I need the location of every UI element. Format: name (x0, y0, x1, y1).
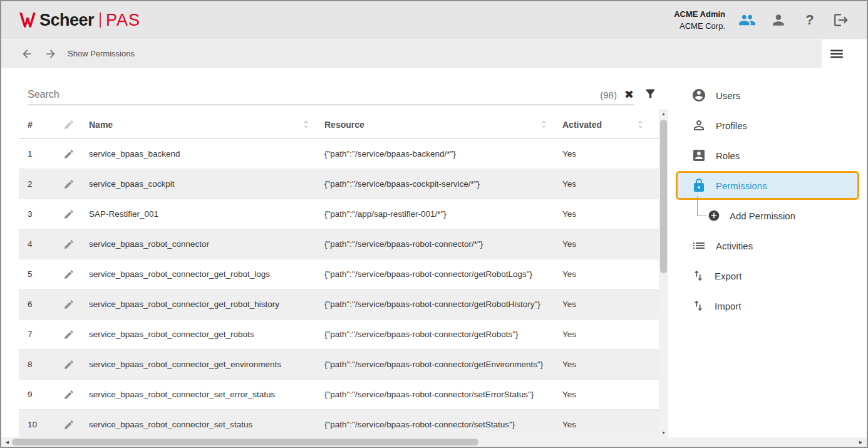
back-arrow-icon[interactable] (20, 47, 34, 61)
page-title: Show Permissions (68, 49, 135, 58)
top-header-bar: Scheer PAS ACME Admin ACME Corp. ? (1, 1, 867, 39)
table-row: 5 service_bpaas_robot_connector_get_robo… (19, 259, 659, 289)
sidebar-item-export[interactable]: Export (674, 261, 867, 291)
account-box-icon (691, 148, 706, 163)
result-count: (98) (600, 90, 617, 100)
edit-icon[interactable] (54, 148, 84, 160)
row-resource: {"path":"/service/bpaas-robot-connector/… (319, 420, 557, 429)
row-index: 3 (19, 209, 54, 219)
user-info: ACME Admin ACME Corp. (674, 8, 725, 33)
row-index: 1 (19, 149, 54, 159)
row-resource: {"path":"/service/bpaas-robot-connector/… (319, 300, 557, 309)
search-input[interactable] (28, 89, 592, 100)
main-area: (98) ✖ # Name (1, 68, 867, 447)
edit-icon[interactable] (54, 269, 84, 280)
sidebar-item-label: Add Permission (730, 211, 795, 221)
edit-icon[interactable] (54, 209, 84, 220)
user-management-icon[interactable] (738, 11, 757, 29)
sidebar-item-label: Export (715, 271, 741, 281)
row-name: service_bpaas_robot_connector_get_robot_… (84, 300, 319, 309)
scroll-left-icon[interactable]: ◀ (3, 437, 12, 447)
sidebar-item-label: Users (716, 90, 740, 101)
header-edit-icon (54, 119, 84, 130)
horizontal-scrollbar-thumb[interactable] (12, 439, 478, 445)
lock-icon (691, 178, 706, 193)
row-index: 4 (19, 239, 54, 249)
sidebar-item-label: Profiles (716, 120, 747, 131)
scroll-up-icon[interactable]: ▲ (659, 109, 668, 118)
table-row: 8 service_bpaas_robot_connector_get_envi… (19, 350, 659, 380)
row-resource: {"path":"/service/bpaas-robot-connector/… (319, 330, 557, 339)
row-activated: Yes (557, 239, 659, 249)
permissions-content: (98) ✖ # Name (1, 68, 674, 447)
vertical-scrollbar-thumb[interactable] (660, 120, 667, 273)
edit-icon[interactable] (54, 179, 84, 190)
logout-icon[interactable] (832, 11, 850, 29)
sidebar-item-label: Activities (716, 241, 753, 251)
row-resource: {"path":"/app/sap-restifier-001/*"} (319, 209, 557, 219)
sidebar-item-roles[interactable]: Roles (674, 140, 867, 170)
sidebar-item-add-permission[interactable]: Add Permission (674, 201, 867, 231)
header-activated[interactable]: Activated (557, 120, 659, 130)
header-name[interactable]: Name (84, 120, 319, 130)
app-window: Scheer PAS ACME Admin ACME Corp. ? (0, 0, 868, 448)
row-index: 10 (19, 420, 54, 429)
help-icon[interactable]: ? (800, 11, 819, 29)
edit-icon[interactable] (54, 239, 84, 250)
table-row: 9 service_bpaas_robot_connector_set_erro… (19, 380, 659, 410)
row-activated: Yes (557, 269, 659, 279)
row-name: service_bpaas_robot_connector (84, 239, 319, 249)
scroll-right-icon[interactable]: ▶ (856, 437, 865, 447)
admin-sidebar: Users Profiles Roles Permissions Add Per… (674, 68, 867, 447)
header-resource[interactable]: Resource (319, 120, 557, 130)
product-text: PAS (106, 11, 140, 30)
edit-icon[interactable] (54, 299, 84, 310)
import-export-icon (691, 269, 705, 283)
table-row: 3 SAP-Restifier_001 {"path":"/app/sap-re… (19, 199, 659, 229)
edit-icon[interactable] (54, 389, 84, 400)
row-index: 7 (19, 330, 54, 339)
table-header-row: # Name Resource Activated (19, 110, 659, 139)
filter-icon[interactable] (644, 87, 657, 103)
profile-icon[interactable] (769, 11, 788, 29)
table-row: 6 service_bpaas_robot_connector_get_robo… (19, 289, 659, 320)
edit-icon[interactable] (54, 359, 84, 370)
row-activated: Yes (557, 149, 659, 159)
vertical-scrollbar[interactable]: ▲ ▼ (659, 109, 668, 437)
sort-icon (301, 120, 311, 129)
edit-icon[interactable] (54, 419, 84, 430)
header-index: # (19, 120, 54, 130)
row-name: service_bpaas_robot_connector_get_robots (84, 330, 319, 339)
person-outline-icon (691, 118, 706, 133)
sidebar-item-users[interactable]: Users (674, 80, 867, 110)
user-name: ACME Admin (674, 8, 725, 21)
sort-icon (636, 120, 645, 129)
row-name: service_bpaas_robot_connector_set_error_… (84, 390, 319, 399)
forward-arrow-icon[interactable] (44, 47, 58, 61)
row-resource: {"path":"/service/bpaas-robot-connector/… (319, 269, 557, 279)
horizontal-scrollbar[interactable]: ◀ ▶ (1, 437, 867, 447)
edit-icon[interactable] (54, 329, 84, 340)
row-name: service_bpaas_backend (84, 149, 319, 159)
row-activated: Yes (557, 179, 659, 189)
table-row: 2 service_bpaas_cockpit {"path":"/servic… (19, 169, 659, 199)
sidebar-item-label: Roles (716, 150, 740, 161)
table-row: 10 service_bpaas_robot_connector_set_sta… (19, 410, 659, 440)
sidebar-item-activities[interactable]: Activities (674, 231, 867, 261)
table-row: 1 service_bpaas_backend {"path":"/servic… (19, 139, 659, 169)
sidebar-item-label: Permissions (716, 180, 767, 191)
scroll-down-icon[interactable]: ▼ (659, 428, 668, 437)
clear-search-icon[interactable]: ✖ (624, 89, 634, 100)
sidebar-item-profiles[interactable]: Profiles (674, 110, 867, 140)
import-export-icon (691, 299, 705, 313)
row-activated: Yes (557, 209, 659, 219)
row-name: service_bpaas_cockpit (84, 179, 319, 189)
search-row: (98) ✖ (28, 79, 674, 105)
sidebar-item-import[interactable]: Import (674, 291, 867, 321)
brand-text: Scheer (39, 11, 94, 30)
hamburger-menu-icon[interactable] (822, 39, 852, 68)
permissions-table: # Name Resource Activated (19, 110, 659, 440)
row-activated: Yes (557, 300, 659, 309)
row-name: service_bpaas_robot_connector_set_status (84, 420, 319, 429)
breadcrumb-bar: Show Permissions (1, 39, 867, 68)
